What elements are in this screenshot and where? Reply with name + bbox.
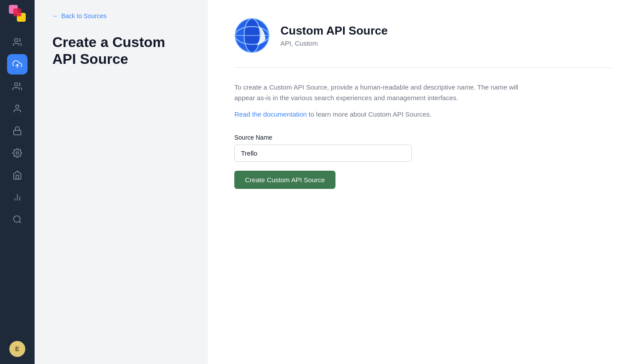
source-name-heading: Custom API Source (280, 24, 388, 38)
back-to-sources-link[interactable]: ← Back to Sources (52, 12, 190, 20)
svg-rect-7 (14, 130, 21, 135)
settings-icon (12, 148, 22, 158)
avatar[interactable]: E (9, 341, 25, 357)
search-icon (12, 215, 22, 224)
sidebar-navigation (7, 27, 28, 341)
home-icon (12, 170, 22, 180)
sidebar-item-search[interactable] (7, 209, 28, 230)
sidebar-item-settings[interactable] (7, 143, 28, 163)
sidebar-item-users[interactable] (7, 76, 28, 97)
source-header: Custom API Source API, Custom (234, 18, 612, 53)
svg-line-13 (19, 221, 21, 223)
sidebar-item-person[interactable] (7, 98, 28, 119)
sidebar: E (0, 0, 35, 364)
doc-line: Read the documentation to learn more abo… (234, 110, 612, 118)
svg-point-5 (15, 83, 18, 86)
description-text: To create a Custom API Source, provide a… (234, 82, 536, 103)
lock-icon (12, 126, 22, 136)
svg-point-8 (16, 152, 19, 154)
sidebar-logo (0, 0, 35, 27)
source-info: Custom API Source API, Custom (280, 24, 388, 47)
group-icon (12, 37, 22, 47)
svg-rect-2 (13, 8, 21, 16)
main-content: ← Back to Sources Create a Custom API So… (35, 0, 639, 364)
cloud-upload-icon (12, 59, 22, 69)
app-logo-icon (9, 5, 26, 22)
svg-point-6 (16, 105, 19, 108)
sidebar-item-lock[interactable] (7, 121, 28, 141)
left-panel: ← Back to Sources Create a Custom API So… (35, 0, 208, 364)
divider (234, 67, 612, 68)
sidebar-item-home[interactable] (7, 165, 28, 185)
source-name-field-group: Source Name (234, 134, 612, 162)
sidebar-item-group[interactable] (7, 32, 28, 52)
back-link-label: Back to Sources (61, 12, 106, 20)
svg-point-12 (14, 216, 20, 223)
custom-api-source-icon (234, 18, 270, 53)
analytics-icon (12, 192, 22, 202)
sidebar-bottom: E (9, 341, 25, 364)
people-icon (12, 82, 22, 91)
doc-link[interactable]: Read the documentation (234, 110, 307, 118)
create-custom-api-source-button[interactable]: Create Custom API Source (234, 171, 335, 189)
right-panel: Custom API Source API, Custom To create … (208, 0, 639, 364)
source-name-input[interactable] (234, 145, 412, 162)
source-tags: API, Custom (280, 39, 388, 47)
person-icon (12, 104, 22, 114)
sidebar-item-sources[interactable] (7, 54, 28, 74)
sidebar-item-analytics[interactable] (7, 187, 28, 207)
content-wrapper: ← Back to Sources Create a Custom API So… (35, 0, 639, 364)
svg-point-3 (15, 39, 18, 42)
page-title: Create a Custom API Source (52, 34, 190, 68)
back-arrow-icon: ← (52, 12, 59, 20)
source-name-label: Source Name (234, 134, 612, 141)
doc-suffix: to learn more about Custom API Sources. (307, 110, 431, 118)
